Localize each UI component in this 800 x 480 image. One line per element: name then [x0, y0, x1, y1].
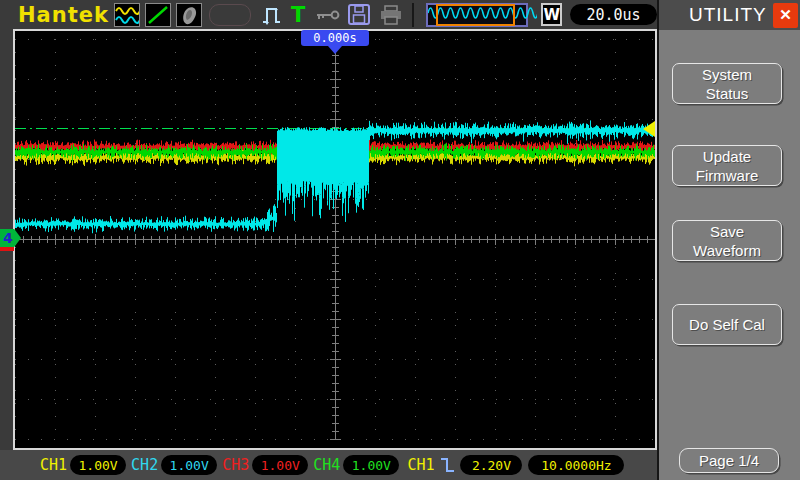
print-icon[interactable]: [378, 4, 404, 26]
page-button[interactable]: Page 1/4: [679, 448, 779, 473]
utility-menu-panel: UTILITY ✕ System Status Update Firmware …: [657, 0, 800, 480]
ch3-scale-readout[interactable]: 1.00V: [252, 455, 308, 475]
hantek-logo: Hantek: [18, 3, 109, 27]
utility-menu-header: UTILITY ✕: [659, 0, 800, 30]
close-icon[interactable]: ✕: [773, 3, 798, 28]
trigger-position-tag[interactable]: 0.000s: [301, 30, 369, 46]
do-self-cal-button[interactable]: Do Self Cal: [672, 304, 782, 345]
save-icon[interactable]: [347, 3, 372, 26]
trigger-group[interactable]: CH1 2.20V 10.0000Hz: [407, 455, 624, 475]
update-firmware-button[interactable]: Update Firmware: [672, 145, 782, 186]
ch3-ground-marker[interactable]: [0, 247, 14, 251]
ch2-group[interactable]: CH2 1.00V: [131, 455, 217, 475]
trigger-source-label: CH1: [407, 456, 434, 474]
save-waveform-button[interactable]: Save Waveform: [672, 220, 782, 261]
trigger-position-pointer-icon[interactable]: [328, 46, 342, 54]
ch2-scale-readout[interactable]: 1.00V: [161, 455, 217, 475]
trigger-status-indicator: T: [291, 3, 305, 27]
trigger-frequency-readout: 10.0000Hz: [528, 455, 624, 475]
scope-display[interactable]: [13, 29, 657, 450]
ch4-label: CH4: [313, 456, 340, 474]
key-icon[interactable]: [315, 9, 340, 21]
falling-edge-icon: [440, 456, 456, 474]
trigger-level-readout[interactable]: 2.20V: [460, 455, 522, 475]
ch3-group[interactable]: CH3 1.00V: [222, 455, 308, 475]
menu-title: UTILITY: [689, 4, 767, 26]
ch4-scale-readout[interactable]: 1.00V: [343, 455, 399, 475]
ch1-scale-readout[interactable]: 1.00V: [70, 455, 126, 475]
ch4-group[interactable]: CH4 1.00V: [313, 455, 399, 475]
empty-slot-outline: [209, 4, 251, 26]
ch2-label: CH2: [131, 456, 158, 474]
status-bar: CH1 1.00V CH2 1.00V CH3 1.00V CH4 1.00V …: [0, 450, 657, 480]
ch1-group[interactable]: CH1 1.00V: [40, 455, 126, 475]
ch3-label: CH3: [222, 456, 249, 474]
pulse-trigger-icon: [261, 4, 283, 26]
ch1-label: CH1: [40, 456, 67, 474]
hand-icon[interactable]: [176, 3, 202, 27]
toolbar-separator: [412, 3, 414, 27]
window-mode-indicator: W: [541, 3, 562, 26]
trigger-level-arrow-icon[interactable]: [643, 121, 655, 137]
timebase-readout[interactable]: 20.0us: [570, 4, 657, 25]
waveform-preview-bar[interactable]: [426, 3, 528, 27]
preview-window-rect[interactable]: [436, 4, 515, 26]
top-toolbar: Hantek T: [0, 0, 657, 29]
system-status-button[interactable]: System Status: [672, 63, 782, 104]
line-draw-icon[interactable]: [145, 3, 171, 27]
channel-waves-icon[interactable]: [114, 3, 140, 27]
waveform-canvas[interactable]: [15, 31, 655, 448]
